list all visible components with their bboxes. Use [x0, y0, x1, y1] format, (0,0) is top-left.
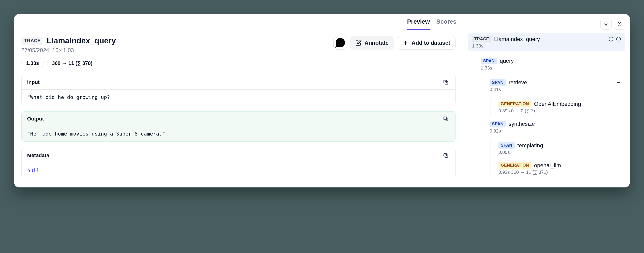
node-name: synthesize	[508, 121, 535, 127]
tree-node-synthesize[interactable]: SPAN synthesize − 0.92s	[486, 118, 625, 136]
output-label: Output	[27, 116, 44, 122]
node-subtext: 0.41s	[490, 87, 621, 92]
tree-node-embedding[interactable]: GENERATION OpenAIEmbedding 0.39s 0 → 0 (…	[495, 98, 625, 116]
add-to-dataset-label: Add to dataset	[412, 40, 450, 46]
span-tag: SPAN	[490, 121, 506, 127]
copy-output-button[interactable]	[442, 115, 450, 123]
annotate-button[interactable]: Annotate	[350, 36, 394, 50]
node-name: query	[500, 58, 514, 64]
action-row: Annotate Add to dataset	[333, 36, 456, 50]
node-name: LlamaIndex_query	[494, 36, 540, 42]
pencil-square-icon	[355, 40, 362, 46]
chevrons-collapse-icon	[616, 21, 622, 27]
span-tag: SPAN	[490, 79, 506, 86]
node-name: retrieve	[508, 79, 527, 86]
input-card: Input "What did he do growing up?"	[21, 75, 456, 105]
output-value: "He made home movies using a Super 8 cam…	[22, 126, 455, 141]
plus-icon	[402, 40, 409, 46]
trace-badge: TRACE	[21, 37, 43, 45]
node-subtext: 1.33s	[472, 43, 621, 49]
main-pane: Preview Scores TRACE LlamaIndex_query 27…	[14, 14, 463, 187]
bookmark-button[interactable]	[600, 18, 612, 30]
collapse-toggle[interactable]: −	[615, 120, 621, 127]
generation-tag: GENERATION	[498, 162, 531, 169]
svg-point-8	[605, 22, 607, 24]
tree-node-retrieve[interactable]: SPAN retrieve − 0.41s	[486, 76, 625, 95]
header-row: TRACE LlamaIndex_query 27/05/2024, 16:41…	[21, 36, 456, 68]
title-block: TRACE LlamaIndex_query 27/05/2024, 16:41…	[21, 36, 116, 68]
ribbon-icon	[603, 21, 609, 27]
tree-node-trace-root[interactable]: TRACE LlamaIndex_query 1.33s	[468, 33, 625, 51]
plus-circle-icon[interactable]	[608, 36, 614, 42]
tab-preview[interactable]: Preview	[407, 18, 430, 30]
app-window: Preview Scores TRACE LlamaIndex_query 27…	[14, 14, 630, 187]
content-area: TRACE LlamaIndex_query 27/05/2024, 16:41…	[14, 30, 463, 187]
metadata-card: Metadata null	[21, 148, 456, 178]
copy-metadata-button[interactable]	[442, 152, 450, 159]
collapse-toggle[interactable]: −	[615, 79, 621, 86]
tree-node-openai-llm[interactable]: GENERATION openai_llm 0.92s 360 → 11 (∑ …	[495, 159, 625, 178]
node-subtext: 1.33s	[481, 65, 621, 71]
node-name: openai_llm	[534, 162, 561, 169]
copy-icon	[443, 152, 449, 159]
collapse-toggle[interactable]: −	[615, 57, 621, 64]
tokens-chip: 360 → 11 (∑ 378)	[47, 58, 97, 68]
span-tag: SPAN	[498, 142, 515, 149]
metadata-label: Metadata	[27, 152, 49, 159]
metadata-value: null	[27, 168, 40, 173]
node-name: OpenAIEmbedding	[534, 101, 581, 107]
input-label: Input	[27, 79, 40, 85]
span-tag: SPAN	[481, 58, 497, 64]
node-subtext: 0.92s 360 → 11 (∑ 371)	[498, 170, 621, 175]
output-card: Output "He made home movies using a Supe…	[21, 111, 456, 142]
node-subtext: 0.39s 0 → 0 (∑ 7)	[498, 108, 621, 114]
tabs: Preview Scores	[14, 14, 463, 30]
tree-pane: TRACE LlamaIndex_query 1.33s SPAN query …	[463, 14, 630, 187]
comment-button[interactable]	[333, 36, 347, 50]
timestamp: 27/05/2024, 16:41:03	[21, 47, 116, 53]
generation-tag: GENERATION	[498, 101, 531, 107]
node-subtext: 0.92s	[490, 128, 621, 134]
tab-scores[interactable]: Scores	[436, 18, 456, 30]
node-name: templating	[518, 142, 543, 149]
tree-node-templating[interactable]: SPAN templating 0.00s	[495, 139, 625, 158]
add-to-dataset-button[interactable]: Add to dataset	[397, 36, 456, 50]
annotate-label: Annotate	[364, 40, 388, 46]
trace-tag: TRACE	[472, 36, 492, 42]
input-value: "What did he do growing up?"	[22, 90, 455, 105]
minus-circle-icon[interactable]	[616, 36, 621, 42]
tree-children: SPAN query − 1.33s SPAN retrieve − 0.4	[473, 55, 625, 178]
duration-chip: 1.33s	[21, 58, 44, 68]
speech-bubble-icon	[334, 36, 346, 49]
copy-input-button[interactable]	[442, 78, 450, 86]
copy-icon	[443, 79, 449, 85]
tree-node-query[interactable]: SPAN query − 1.33s	[477, 55, 625, 73]
node-subtext: 0.00s	[498, 150, 621, 155]
page-title: LlamaIndex_query	[46, 36, 116, 45]
collapse-all-button[interactable]	[614, 18, 625, 30]
copy-icon	[443, 116, 449, 122]
